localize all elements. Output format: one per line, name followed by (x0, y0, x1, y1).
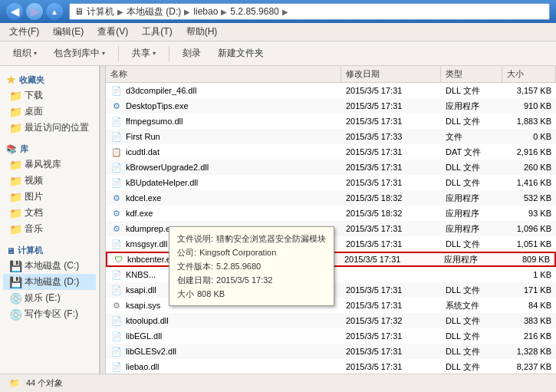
file-date: 2015/3/5 17:31 (341, 328, 441, 344)
file-date: 2015/3/5 17:31 (341, 344, 441, 359)
sidebar-computer-header[interactable]: 🖥 计算机 (3, 243, 96, 258)
new-folder-button[interactable]: 新建文件夹 (211, 44, 271, 63)
share-button[interactable]: 共享 ▾ (125, 44, 163, 63)
computer-label: 计算机 (18, 245, 43, 256)
desktop-folder-icon: 📁 (9, 106, 21, 118)
file-type-icon: 📄 (110, 315, 123, 327)
sidebar-item-video[interactable]: 📁 视频 (3, 173, 96, 189)
sidebar-item-music[interactable]: 📁 音乐 (3, 221, 96, 237)
include-library-arrow: ▾ (102, 50, 105, 57)
sidebar-favorites-header[interactable]: ★ 收藏夹 (3, 72, 96, 87)
sidebar-item-desktop[interactable]: 📁 桌面 (3, 104, 96, 120)
file-name-cell: 📄 libGLESv2.dll (106, 344, 341, 359)
sidebar-item-drive-e[interactable]: 💿 娱乐 (E:) (3, 290, 96, 306)
file-name: ffmpegsumo.dll (126, 117, 183, 126)
table-row[interactable]: 📄 ktoolupd.dll 2015/3/5 17:32 DLL 文件 383… (106, 313, 556, 328)
file-name: libEGL.dll (126, 331, 162, 341)
library-icon: 📚 (6, 144, 17, 154)
file-date: 2015/3/5 18:32 (341, 206, 441, 221)
file-size: 1,883 KB (502, 114, 556, 129)
share-label: 共享 (132, 47, 150, 60)
file-name: icudtl.dat (126, 147, 160, 156)
col-size[interactable]: 大小 (502, 66, 556, 82)
file-size: 1,328 KB (502, 344, 556, 359)
table-row[interactable]: 📄 libGLESv2.dll 2015/3/5 17:31 DLL 文件 1,… (106, 344, 556, 359)
file-date: 2015/3/5 17:31 (341, 236, 441, 252)
menu-help[interactable]: 帮助(H) (180, 24, 224, 40)
sidebar-item-drive-f[interactable]: 💿 写作专区 (F:) (3, 306, 96, 322)
address-bar[interactable]: 🖥 计算机 ▶ 本地磁盘 (D:) ▶ liebao ▶ 5.2.85.9680… (69, 3, 550, 20)
file-date: 2015/3/5 17:31 (341, 114, 441, 129)
menu-view[interactable]: 查看(V) (91, 24, 134, 40)
table-row[interactable]: 📋 icudtl.dat 2015/3/5 17:31 DAT 文件 2,916… (106, 144, 556, 160)
file-type-icon: 📄 (110, 361, 123, 373)
sidebar-item-pictures[interactable]: 📁 图片 (3, 189, 96, 205)
recent-folder-icon: 📁 (9, 122, 21, 134)
menu-edit[interactable]: 编辑(E) (47, 24, 90, 40)
file-type: DLL 文件 (441, 282, 502, 298)
sidebar-libraries-header[interactable]: 📚 库 (3, 142, 96, 156)
sidebar-item-recent[interactable]: 📁 最近访问的位置 (3, 120, 96, 136)
sidebar-item-drive-d[interactable]: 💾 本地磁盘 (D:) (3, 274, 96, 290)
menu-tools[interactable]: 工具(T) (136, 24, 178, 40)
file-type-icon: 📋 (110, 146, 123, 158)
file-type: DLL 文件 (441, 344, 502, 359)
file-type: DLL 文件 (441, 328, 502, 344)
status-bar: 📁 44 个对象 (0, 374, 556, 392)
table-row[interactable]: ⚙ kdcel.exe 2015/3/5 18:32 应用程序 532 KB (106, 190, 556, 206)
file-name-cell: 📄 ktoolupd.dll (106, 313, 341, 328)
sidebar-item-download[interactable]: 📁 下载 (3, 87, 96, 104)
include-library-button[interactable]: 包含到库中 ▾ (47, 44, 112, 63)
col-date[interactable]: 修改日期 (341, 66, 441, 82)
file-type-icon: 📄 (110, 115, 123, 127)
file-type-icon: 📄 (110, 330, 123, 342)
file-name: ksapi.sys (126, 301, 160, 310)
table-row[interactable]: 📄 libEGL.dll 2015/3/5 17:31 DLL 文件 216 K… (106, 328, 556, 344)
file-type-icon: 🛡 (112, 253, 124, 265)
file-size: 809 KB (501, 253, 554, 265)
tooltip-popup: 文件说明: 猎豹安全浏览器安全防漏模块 公司: Kingsoft Corpora… (169, 226, 334, 306)
table-row[interactable]: 📄 kBrowserUpgrade2.dll 2015/3/5 17:31 DL… (106, 160, 556, 175)
title-bar: ◀ ▶ ▲ 🖥 计算机 ▶ 本地磁盘 (D:) ▶ liebao ▶ 5.2.8… (0, 0, 556, 23)
file-size: 1,416 KB (502, 175, 556, 190)
toolbar: 组织 ▾ 包含到库中 ▾ 共享 ▾ 刻录 新建文件夹 (0, 41, 556, 66)
file-name: KNBS... (126, 270, 156, 279)
file-type-icon: 📄 (110, 345, 123, 357)
table-row[interactable]: ⚙ kdf.exe 2015/3/5 18:32 应用程序 93 KB (106, 206, 556, 221)
file-type-icon: ⚙ (110, 299, 123, 311)
col-name[interactable]: 名称 (106, 66, 341, 82)
col-type[interactable]: 类型 (441, 66, 502, 82)
recent-label: 最近访问的位置 (25, 121, 89, 134)
file-type-icon: 📄 (110, 268, 123, 281)
table-row[interactable]: 📄 First Run 2015/3/5 17:33 文件 0 KB (106, 129, 556, 144)
file-size: 1 KB (502, 267, 556, 282)
organize-button[interactable]: 组织 ▾ (6, 44, 44, 63)
file-type: 应用程序 (441, 98, 502, 114)
table-row[interactable]: 📄 kBUpdateHelper.dll 2015/3/5 17:31 DLL … (106, 175, 556, 190)
file-name-cell: 📋 icudtl.dat (106, 144, 341, 160)
forward-button[interactable]: ▶ (26, 3, 43, 20)
sidebar-item-storm[interactable]: 📁 暴风视库 (3, 156, 96, 173)
table-row[interactable]: ⚙ DesktopTips.exe 2015/3/5 17:31 应用程序 91… (106, 98, 556, 114)
file-date: 2015/3/5 17:32 (341, 313, 441, 328)
back-button[interactable]: ◀ (6, 3, 23, 20)
up-button[interactable]: ▲ (46, 3, 63, 20)
burn-button[interactable]: 刻录 (176, 44, 208, 63)
status-text: 44 个对象 (26, 377, 63, 389)
file-type: DLL 文件 (441, 313, 502, 328)
menu-file[interactable]: 文件(F) (3, 24, 45, 40)
file-type: DLL 文件 (441, 114, 502, 129)
sidebar-scrollbar[interactable] (100, 66, 106, 374)
table-row[interactable]: 📄 ffmpegsumo.dll 2015/3/5 17:31 DLL 文件 1… (106, 114, 556, 129)
organize-dropdown-arrow: ▾ (34, 50, 37, 57)
table-row[interactable]: 📄 liebao.dll 2015/3/5 17:31 DLL 文件 8,237… (106, 359, 556, 374)
drive-c-icon: 💾 (9, 260, 21, 272)
sidebar-item-drive-c[interactable]: 💾 本地磁盘 (C:) (3, 258, 96, 274)
documents-icon: 📁 (9, 207, 21, 219)
music-icon: 📁 (9, 223, 21, 236)
drive-f-label: 写作专区 (F:) (25, 308, 78, 321)
file-type: 应用程序 (439, 253, 501, 265)
file-type: 应用程序 (441, 221, 502, 236)
table-row[interactable]: 📄 d3dcompiler_46.dll 2015/3/5 17:31 DLL … (106, 83, 556, 98)
sidebar-item-documents[interactable]: 📁 文档 (3, 205, 96, 221)
